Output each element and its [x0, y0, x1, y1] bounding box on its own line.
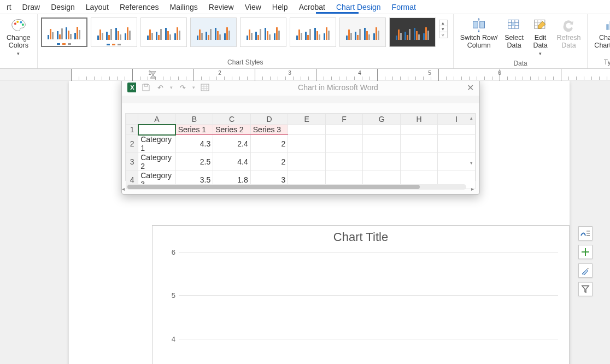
- gallery-spinner: ▴ ▾ ▿: [439, 20, 448, 38]
- data-group-label: Data: [457, 58, 584, 69]
- menu-layout[interactable]: Layout: [80, 2, 114, 13]
- chart-style-7[interactable]: [339, 17, 386, 47]
- save-icon[interactable]: [142, 83, 150, 92]
- active-tab-underline: [316, 12, 359, 14]
- svg-rect-14: [144, 84, 148, 86]
- menu-bar: rt Draw Design Layout References Mailing…: [0, 0, 610, 14]
- refresh-data-button: Refresh Data: [554, 15, 584, 52]
- menu-draw[interactable]: Draw: [17, 2, 46, 13]
- svg-rect-9: [606, 24, 608, 30]
- select-data-icon: [507, 17, 522, 33]
- chart-style-4[interactable]: [190, 17, 237, 47]
- menu-design[interactable]: Design: [45, 2, 80, 13]
- svg-rect-4: [473, 21, 478, 28]
- redo-icon[interactable]: ↷: [178, 83, 187, 92]
- svg-text:X: X: [130, 84, 134, 91]
- plot-area: [179, 252, 558, 364]
- chart-styles-button[interactable]: [578, 263, 593, 278]
- edit-data-label: Edit Data: [533, 34, 547, 50]
- vertical-scrollbar[interactable]: ▴▾: [468, 115, 474, 181]
- refresh-icon: [561, 17, 576, 33]
- menu-view[interactable]: View: [239, 2, 267, 13]
- svg-rect-18: [586, 235, 590, 236]
- y-axis: 3456: [166, 252, 177, 364]
- excel-icon: X: [127, 83, 136, 92]
- switch-row-column-button[interactable]: Switch Row/ Column: [457, 15, 501, 52]
- select-data-label: Select Data: [505, 34, 524, 50]
- table-icon[interactable]: [201, 83, 209, 92]
- chart-style-8[interactable]: [389, 17, 436, 47]
- chart-title[interactable]: Chart Title: [152, 226, 569, 248]
- change-colors-button[interactable]: Change Colors ▾: [3, 15, 34, 58]
- menu-format[interactable]: Format: [386, 2, 421, 13]
- undo-icon[interactable]: ↶: [156, 83, 165, 92]
- change-chart-type-button[interactable]: Change Chart Type: [591, 15, 610, 52]
- document-canvas[interactable]: X ↶▾ ↷▾ Chart in Microsoft Word ✕ ABCDEF…: [0, 81, 610, 364]
- menu-help[interactable]: Help: [267, 2, 294, 13]
- menu-mailings[interactable]: Mailings: [164, 2, 203, 13]
- scroll-left-icon[interactable]: ◂: [122, 186, 125, 192]
- chart-style-gallery: ▴ ▾ ▿: [41, 15, 450, 47]
- svg-rect-16: [586, 231, 590, 232]
- svg-point-0: [14, 22, 16, 25]
- edit-data-icon: [533, 17, 548, 33]
- chart-style-5[interactable]: [240, 17, 286, 47]
- change-chart-type-label: Change Chart Type: [594, 34, 610, 50]
- svg-rect-17: [586, 233, 590, 234]
- chart-quick-buttons: [578, 226, 593, 296]
- chart-elements-button[interactable]: [578, 245, 593, 259]
- svg-point-3: [22, 24, 24, 26]
- chart-styles-group-label: Chart Styles: [41, 57, 450, 68]
- mini-excel-title: Chart in Microsoft Word: [215, 83, 461, 92]
- chart-data-editor: X ↶▾ ↷▾ Chart in Microsoft Word ✕ ABCDEF…: [121, 81, 480, 195]
- chart-filters-button[interactable]: [578, 282, 593, 296]
- close-button[interactable]: ✕: [467, 83, 474, 93]
- first-line-indent-marker[interactable]: [150, 71, 156, 79]
- menu-acrobat[interactable]: Acrobat: [294, 2, 331, 13]
- refresh-data-label: Refresh Data: [557, 34, 581, 50]
- edit-data-button[interactable]: Edit Data ▾: [527, 15, 554, 58]
- switch-row-column-icon: [471, 17, 486, 33]
- menu-review[interactable]: Review: [203, 2, 239, 13]
- menu-chart-design[interactable]: Chart Design: [331, 2, 386, 13]
- gallery-more-button[interactable]: ▿: [439, 32, 447, 38]
- svg-rect-7: [511, 23, 514, 26]
- select-data-button[interactable]: Select Data: [501, 15, 527, 52]
- chart-style-3[interactable]: [140, 17, 187, 47]
- change-colors-label: Change Colors: [7, 34, 31, 50]
- palette-icon: [11, 17, 26, 33]
- svg-point-1: [16, 21, 19, 23]
- chart-style-6[interactable]: [290, 17, 336, 47]
- gallery-down-button[interactable]: ▾: [439, 26, 447, 32]
- chart-style-1[interactable]: [41, 17, 87, 47]
- type-group-label: Type: [591, 57, 610, 68]
- gallery-up-button[interactable]: ▴: [439, 20, 447, 26]
- spreadsheet-grid[interactable]: ABCDEFGHI1Series 1Series 2Series 32Categ…: [125, 113, 476, 181]
- page: X ↶▾ ↷▾ Chart in Microsoft Word ✕ ABCDEF…: [69, 81, 570, 364]
- horizontal-ruler[interactable]: 123456: [0, 69, 610, 81]
- menu-references[interactable]: References: [114, 2, 165, 13]
- chevron-down-icon: ▾: [17, 51, 20, 56]
- menu-insert[interactable]: rt: [1, 2, 17, 13]
- chart-style-2[interactable]: [91, 17, 137, 47]
- chevron-down-icon: ▾: [539, 51, 542, 56]
- svg-rect-15: [201, 84, 209, 91]
- ribbon: Change Colors ▾ ▴ ▾ ▿ C: [0, 14, 610, 69]
- horizontal-scrollbar[interactable]: [126, 184, 466, 190]
- layout-options-button[interactable]: [578, 226, 593, 240]
- switch-row-column-label: Switch Row/ Column: [460, 34, 498, 50]
- change-chart-type-icon: [603, 17, 610, 33]
- chart-object[interactable]: Chart Title 3456: [152, 225, 570, 364]
- scroll-right-icon[interactable]: ▸: [471, 186, 474, 192]
- svg-point-2: [20, 21, 22, 24]
- svg-rect-5: [480, 21, 485, 28]
